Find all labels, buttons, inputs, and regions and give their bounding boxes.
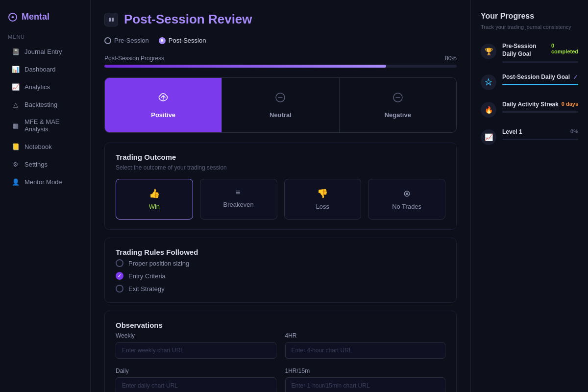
post-session-bar-fill <box>502 84 578 85</box>
sidebar-item-dashboard[interactable]: 📊 Dashboard <box>4 61 86 77</box>
collapse-icon <box>108 17 114 23</box>
positive-icon <box>157 92 169 106</box>
progress-bar-track <box>104 65 457 68</box>
negative-label: Negative <box>385 111 411 119</box>
sidebar: Mental Menu 📓 Journal Entry 📊 Dashboard … <box>0 0 91 392</box>
level-header: Level 1 0% <box>502 128 578 136</box>
observations-grid: Weekly 4HR Daily 1HR/15m <box>116 332 445 392</box>
panel-title: Your Progress <box>481 12 578 21</box>
mentor-icon: 👤 <box>12 178 20 186</box>
post-session-bar <box>502 84 578 85</box>
trading-rules-section: Trading Rules Followed Proper position s… <box>104 238 457 303</box>
tab-post-session[interactable]: Post-Session <box>159 35 206 46</box>
breakeven-label: Breakeven <box>223 201 254 208</box>
main-content-area: Post-Session Review Pre-Session Post-Ses… <box>91 0 470 392</box>
outcome-win[interactable]: 👍 Win <box>116 179 193 220</box>
rule-radio-position <box>116 259 123 267</box>
post-session-radio <box>159 37 166 44</box>
observations-section: Observations Weekly 4HR Daily 1HR/15m <box>104 311 457 392</box>
rule-radio-exit <box>116 285 123 293</box>
right-panel: Your Progress Track your trading journal… <box>470 0 588 392</box>
neutral-label: Neutral <box>270 111 292 119</box>
weekly-label: Weekly <box>116 332 276 339</box>
post-session-header: Post-Session Daily Goal ✓ <box>502 74 578 81</box>
dashboard-icon: 📊 <box>12 65 20 73</box>
progress-item-level: 📈 Level 1 0% <box>481 128 578 145</box>
sidebar-item-notebook[interactable]: 📒 Notebook <box>4 138 86 155</box>
svg-rect-2 <box>112 18 114 22</box>
journal-icon: 📓 <box>12 48 20 55</box>
no-trades-icon: ⊗ <box>403 188 411 199</box>
menu-label: Menu <box>0 30 90 43</box>
1hr15m-label: 1HR/15m <box>285 368 446 374</box>
tab-pre-session[interactable]: Pre-Session <box>104 35 149 46</box>
progress-bar-fill <box>104 65 386 68</box>
outcome-loss[interactable]: 👎 Loss <box>284 179 362 220</box>
trading-rules-title: Trading Rules Followed <box>116 248 445 256</box>
rule-entry-criteria[interactable]: Entry Criteria <box>116 272 445 280</box>
streak-header: Daily Activity Streak 0 days <box>502 101 578 109</box>
mood-neutral[interactable]: Neutral <box>222 78 339 132</box>
loss-label: Loss <box>316 203 329 210</box>
mfe-icon: ▦ <box>12 122 20 129</box>
no-trades-label: No Trades <box>392 203 421 210</box>
trophy-icon: 🏆 <box>481 44 496 59</box>
logo-icon <box>8 12 18 22</box>
4hr-input[interactable] <box>285 342 446 359</box>
svg-rect-1 <box>109 18 111 22</box>
sidebar-item-journal-entry[interactable]: 📓 Journal Entry <box>4 43 86 60</box>
progress-item-post-session: Post-Session Daily Goal ✓ <box>481 74 578 90</box>
sidebar-item-settings[interactable]: ⚙ Settings <box>4 156 86 172</box>
loss-icon: 👎 <box>317 188 328 199</box>
post-session-title: Post-Session Daily Goal <box>502 74 570 81</box>
mood-negative[interactable]: Negative <box>340 78 456 132</box>
streak-title: Daily Activity Streak <box>502 101 559 109</box>
post-session-content: Post-Session Daily Goal ✓ <box>502 74 578 86</box>
settings-icon: ⚙ <box>12 160 20 168</box>
outcome-breakeven[interactable]: ≡ Breakeven <box>200 179 277 220</box>
notebook-icon: 📒 <box>12 143 20 150</box>
sidebar-item-mfe-mae[interactable]: ▦ MFE & MAE Analysis <box>4 114 86 137</box>
daily-label: Daily <box>116 368 276 374</box>
outcome-no-trades[interactable]: ⊗ No Trades <box>368 179 445 220</box>
streak-bar <box>502 111 578 113</box>
backtesting-icon: △ <box>12 100 20 108</box>
streak-content: Daily Activity Streak 0 days <box>502 101 578 113</box>
sidebar-item-mentor-mode[interactable]: 👤 Mentor Mode <box>4 173 86 190</box>
pre-session-header: Pre-Session Daily Goal 0 completed <box>502 43 578 58</box>
progress-item-pre-session: 🏆 Pre-Session Daily Goal 0 completed <box>481 43 578 62</box>
positive-label: Positive <box>151 111 175 119</box>
daily-input[interactable] <box>116 377 276 392</box>
level-bar <box>502 139 578 140</box>
outcome-grid: 👍 Win ≡ Breakeven 👎 Loss ⊗ No Trades <box>116 179 445 220</box>
pre-session-content: Pre-Session Daily Goal 0 completed <box>502 43 578 62</box>
post-session-check: ✓ <box>573 74 578 81</box>
pre-session-radio <box>104 37 111 44</box>
sidebar-item-analytics[interactable]: 📈 Analytics <box>4 78 86 95</box>
sidebar-item-backtesting[interactable]: △ Backtesting <box>4 96 86 113</box>
collapse-button[interactable] <box>104 13 118 26</box>
app-logo: Mental <box>0 8 90 30</box>
rules-list: Proper position sizing Entry Criteria Ex… <box>116 259 445 293</box>
rule-position-sizing[interactable]: Proper position sizing <box>116 259 445 267</box>
pre-session-bar <box>502 61 578 63</box>
level-icon: 📈 <box>481 129 496 145</box>
neutral-icon <box>274 92 286 106</box>
level-value: 0% <box>570 128 578 134</box>
weekly-input[interactable] <box>116 342 276 359</box>
page-header: Post-Session Review <box>104 12 457 27</box>
win-icon: 👍 <box>149 188 160 199</box>
star-icon <box>481 74 496 90</box>
4hr-label: 4HR <box>285 332 446 339</box>
trading-outcome-subtitle: Select the outcome of your trading sessi… <box>116 164 445 171</box>
panel-subtitle: Track your trading journal consistency <box>481 24 578 31</box>
pre-session-value: 0 completed <box>551 43 578 54</box>
mood-positive[interactable]: Positive <box>105 78 222 132</box>
rule-exit-strategy[interactable]: Exit Strategy <box>116 285 445 293</box>
1hr15m-input[interactable] <box>285 377 446 392</box>
level-content: Level 1 0% <box>502 128 578 141</box>
mood-section: Positive Neutral Negativ <box>104 77 457 133</box>
win-label: Win <box>149 203 160 210</box>
streak-value: 0 days <box>562 101 578 107</box>
trading-outcome-title: Trading Outcome <box>116 153 445 161</box>
